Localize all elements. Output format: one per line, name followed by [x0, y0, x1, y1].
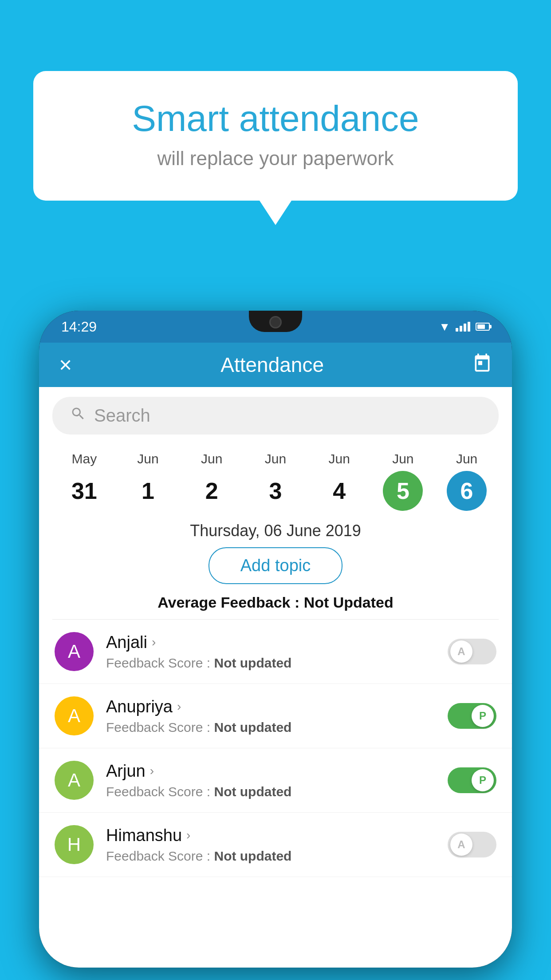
selected-date-label: Thursday, 06 June 2019 [39, 511, 512, 547]
student-name-anjali: Anjali › [106, 633, 435, 652]
close-button[interactable]: × [59, 354, 72, 376]
search-bar[interactable]: Search [52, 397, 499, 435]
status-icons: ▼ [439, 320, 490, 334]
avatar-himanshu: H [55, 825, 94, 864]
student-item-himanshu[interactable]: H Himanshu › Feedback Score : Not update… [39, 813, 512, 877]
bubble-title: Smart attendance [69, 98, 482, 139]
cal-day-may31[interactable]: May 31 [64, 451, 104, 511]
phone-screen: Search May 31 Jun 1 Jun 2 Jun 3 [39, 387, 512, 968]
cal-day-jun4[interactable]: Jun 4 [319, 451, 359, 511]
avatar-anupriya: A [55, 696, 94, 735]
status-time: 14:29 [61, 319, 97, 335]
phone-frame: 14:29 ▼ × [39, 311, 512, 968]
chevron-icon: › [152, 635, 156, 649]
chevron-icon: › [150, 764, 154, 778]
student-item-anupriya[interactable]: A Anupriya › Feedback Score : Not update… [39, 684, 512, 748]
feedback-score-himanshu: Feedback Score : Not updated [106, 849, 435, 864]
attendance-toggle-anupriya[interactable]: P [448, 703, 496, 729]
bubble-subtitle: will replace your paperwork [69, 147, 482, 170]
attendance-toggle-anjali[interactable]: A [448, 639, 496, 664]
student-info-anupriya: Anupriya › Feedback Score : Not updated [106, 697, 435, 735]
avatar-arjun: A [55, 761, 94, 800]
student-name-arjun: Arjun › [106, 762, 435, 781]
header-title: Attendance [220, 353, 324, 377]
chevron-icon: › [186, 828, 190, 842]
calendar-icon[interactable] [472, 353, 492, 377]
student-info-himanshu: Himanshu › Feedback Score : Not updated [106, 826, 435, 864]
search-placeholder: Search [94, 406, 150, 426]
wifi-icon: ▼ [439, 320, 450, 334]
avg-feedback: Average Feedback : Not Updated [39, 594, 512, 611]
phone-notch [249, 311, 302, 332]
student-item-arjun[interactable]: A Arjun › Feedback Score : Not updated P [39, 748, 512, 813]
feedback-score-anupriya: Feedback Score : Not updated [106, 720, 435, 735]
add-topic-button[interactable]: Add topic [209, 547, 342, 584]
cal-day-jun1[interactable]: Jun 1 [128, 451, 168, 511]
chevron-icon: › [177, 699, 181, 714]
student-item-anjali[interactable]: A Anjali › Feedback Score : Not updated … [39, 620, 512, 684]
cal-day-jun3[interactable]: Jun 3 [256, 451, 295, 511]
student-name-anupriya: Anupriya › [106, 697, 435, 716]
student-info-anjali: Anjali › Feedback Score : Not updated [106, 633, 435, 671]
speech-bubble: Smart attendance will replace your paper… [33, 71, 518, 201]
student-name-himanshu: Himanshu › [106, 826, 435, 845]
search-icon [70, 406, 86, 426]
battery-icon [476, 323, 490, 331]
signal-icon [456, 322, 470, 332]
app-header: × Attendance [39, 343, 512, 387]
attendance-toggle-himanshu[interactable]: A [448, 832, 496, 858]
cal-day-jun2[interactable]: Jun 2 [192, 451, 232, 511]
feedback-score-anjali: Feedback Score : Not updated [106, 656, 435, 671]
cal-day-jun6[interactable]: Jun 6 [447, 451, 487, 511]
avatar-anjali: A [55, 632, 94, 671]
cal-day-jun5[interactable]: Jun 5 [383, 451, 423, 511]
calendar-strip: May 31 Jun 1 Jun 2 Jun 3 Jun 4 [39, 443, 512, 511]
feedback-score-arjun: Feedback Score : Not updated [106, 784, 435, 799]
front-camera [269, 316, 282, 328]
phone-container: 14:29 ▼ × [39, 311, 512, 980]
student-info-arjun: Arjun › Feedback Score : Not updated [106, 762, 435, 799]
attendance-toggle-arjun[interactable]: P [448, 767, 496, 793]
